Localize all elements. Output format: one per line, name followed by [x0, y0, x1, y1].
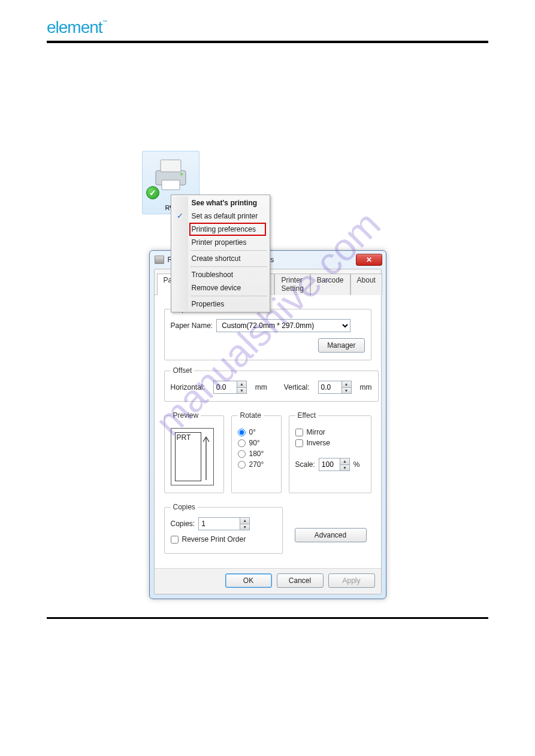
tab-about[interactable]: About	[350, 274, 382, 295]
printer-title-icon	[155, 256, 164, 264]
offset-group: Offset Horizontal: ▲▼ mm Vertical:	[164, 366, 379, 402]
tab-panel-page: Paper Paper Name: Custom(72.0mm * 297.0m…	[155, 295, 381, 568]
brand-logo: element™	[47, 18, 488, 37]
rotate-group: Rotate 0° 90° 180° 270°	[231, 411, 282, 493]
spin-up-icon[interactable]: ▲	[342, 381, 351, 387]
svg-rect-2	[162, 180, 180, 190]
brand-name: element	[47, 18, 102, 37]
menu-separator	[191, 266, 267, 267]
preview-stamp: PRT	[175, 432, 201, 481]
scale-label: Scale:	[295, 460, 315, 469]
preview-box: PRT	[171, 428, 214, 485]
vertical-stepper[interactable]: ▲▼	[318, 381, 352, 394]
spin-down-icon[interactable]: ▼	[237, 387, 246, 394]
menu-properties[interactable]: Properties	[173, 297, 268, 311]
paper-group: Paper Paper Name: Custom(72.0mm * 297.0m…	[164, 305, 371, 360]
rotate-legend: Rotate	[238, 411, 264, 420]
spin-down-icon[interactable]: ▼	[342, 387, 351, 394]
header-rule	[47, 41, 488, 43]
menu-troubleshoot[interactable]: Troubleshoot	[173, 268, 268, 281]
copies-group: Copies Copies: ▲▼ Reverse Print Order	[164, 503, 283, 554]
horizontal-stepper[interactable]: ▲▼	[213, 381, 247, 394]
close-button[interactable]: ✕	[356, 254, 382, 266]
manager-button[interactable]: Manager	[318, 338, 364, 353]
copies-legend: Copies	[171, 503, 198, 511]
copies-label: Copies:	[171, 520, 195, 528]
menu-create-shortcut[interactable]: Create shortcut	[173, 252, 268, 265]
scale-input[interactable]	[319, 458, 340, 471]
offset-legend: Offset	[171, 366, 195, 375]
scale-unit: %	[353, 460, 360, 469]
horizontal-input[interactable]	[213, 381, 237, 394]
svg-rect-1	[161, 160, 181, 172]
spin-up-icon[interactable]: ▲	[240, 518, 249, 524]
menu-set-default[interactable]: ✓ Set as default printer	[173, 210, 268, 223]
preview-group: Preview PRT	[164, 411, 224, 493]
rotate-90[interactable]: 90°	[238, 439, 275, 447]
inverse-checkbox[interactable]: Inverse	[295, 439, 365, 447]
spin-down-icon[interactable]: ▼	[340, 464, 349, 471]
vertical-unit: mm	[360, 383, 372, 391]
preview-legend: Preview	[171, 411, 201, 420]
trademark: ™	[102, 19, 107, 25]
check-icon: ✓	[177, 211, 183, 220]
scale-stepper[interactable]: ▲▼	[319, 458, 350, 471]
paper-name-label: Paper Name:	[171, 321, 213, 330]
spin-down-icon[interactable]: ▼	[240, 524, 249, 530]
rotate-0[interactable]: 0°	[238, 428, 275, 436]
printer-context-menu: See what's printing ✓ Set as default pri…	[171, 195, 270, 312]
rotate-180[interactable]: 180°	[238, 450, 275, 458]
dialog-button-bar: OK Cancel Apply	[155, 568, 381, 594]
spin-up-icon[interactable]: ▲	[237, 381, 246, 387]
menu-printing-preferences[interactable]: Printing preferences	[173, 223, 268, 236]
default-check-icon: ✓	[146, 186, 159, 199]
advanced-button[interactable]: Advanced	[295, 528, 367, 542]
copies-stepper[interactable]: ▲▼	[198, 517, 250, 530]
spin-up-icon[interactable]: ▲	[340, 459, 349, 464]
horizontal-label: Horizontal:	[171, 383, 205, 391]
footer-rule	[47, 617, 488, 619]
apply-button[interactable]: Apply	[328, 573, 375, 588]
close-icon: ✕	[366, 256, 372, 264]
menu-remove-device[interactable]: Remove device	[173, 281, 268, 294]
copies-input[interactable]	[198, 517, 240, 530]
reverse-print-checkbox[interactable]: Reverse Print Order	[171, 535, 276, 544]
menu-see-whats-printing[interactable]: See what's printing	[173, 196, 268, 210]
tab-barcode[interactable]: Barcode	[310, 274, 350, 295]
paper-name-select[interactable]: Custom(72.0mm * 297.0mm)	[216, 319, 350, 332]
effect-legend: Effect	[295, 411, 318, 420]
menu-separator	[191, 250, 267, 251]
ok-button[interactable]: OK	[225, 573, 272, 588]
effect-group: Effect Mirror Inverse Scale: ▲▼ %	[289, 411, 371, 493]
svg-point-3	[180, 173, 183, 175]
rotate-270[interactable]: 270°	[238, 460, 275, 469]
arrow-up-icon	[202, 433, 210, 481]
tab-printer-setting[interactable]: Printer Setting	[274, 274, 310, 295]
cancel-button[interactable]: Cancel	[277, 573, 324, 588]
mirror-checkbox[interactable]: Mirror	[295, 428, 365, 436]
menu-printer-properties[interactable]: Printer properties	[173, 236, 268, 249]
vertical-input[interactable]	[318, 381, 342, 394]
vertical-label: Vertical:	[284, 383, 310, 391]
menu-separator	[191, 296, 267, 296]
horizontal-unit: mm	[255, 383, 267, 391]
